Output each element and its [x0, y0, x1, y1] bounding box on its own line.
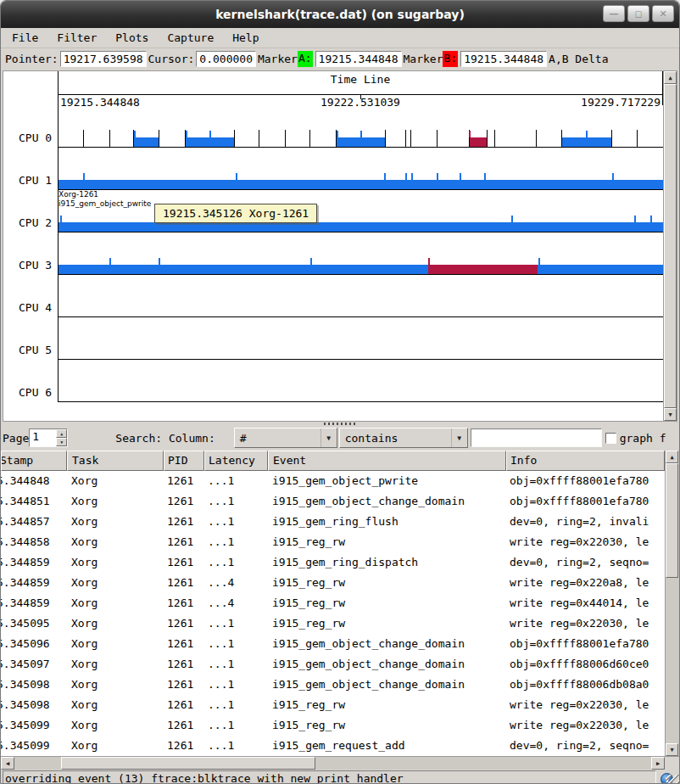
- marker-a-badge[interactable]: A:: [298, 51, 313, 67]
- table-row-6[interactable]: 5.344859Xorg1261...4i915_reg_rwwrite reg…: [1, 593, 665, 613]
- event-block[interactable]: [561, 137, 611, 147]
- event-tick[interactable]: [650, 216, 652, 222]
- column-header-stamp[interactable]: Stamp: [1, 451, 67, 471]
- event-tick[interactable]: [384, 173, 386, 180]
- event-tick[interactable]: [60, 216, 62, 222]
- cpu-plot-4[interactable]: [58, 275, 663, 317]
- event-tick[interactable]: [109, 130, 110, 147]
- event-tick[interactable]: [236, 173, 237, 180]
- event-tick[interactable]: [83, 130, 84, 147]
- event-tick[interactable]: [109, 258, 111, 265]
- table-row-8[interactable]: 5.345096Xorg1261...1i915_gem_object_chan…: [1, 634, 665, 654]
- cpu-plot-5[interactable]: [58, 317, 663, 360]
- event-tick[interactable]: [484, 173, 486, 180]
- hscroll-track[interactable]: [14, 757, 651, 770]
- spin-down-icon[interactable]: ▼: [56, 438, 67, 446]
- scroll-down-icon[interactable]: ▼: [666, 743, 678, 756]
- event-tick[interactable]: [437, 130, 438, 147]
- event-tick[interactable]: [209, 131, 211, 137]
- menu-help[interactable]: Help: [223, 29, 268, 47]
- event-block[interactable]: [336, 137, 385, 147]
- scroll-left-icon[interactable]: ◀: [1, 757, 14, 770]
- event-tick[interactable]: [536, 130, 537, 147]
- event-tick[interactable]: [460, 173, 461, 180]
- marker-b-badge[interactable]: B:: [443, 51, 458, 67]
- table-row-13[interactable]: 5.345099Xorg1261...1i915_gem_request_add…: [1, 736, 665, 756]
- graph-scrollbar-thumb[interactable]: [664, 84, 677, 408]
- event-tick[interactable]: [234, 130, 235, 147]
- table-vertical-scrollbar[interactable]: ▲ ▼: [665, 451, 679, 756]
- spin-up-icon[interactable]: ▲: [56, 429, 67, 438]
- table-row-7[interactable]: 5.345095Xorg1261...1i915_reg_rwwrite reg…: [1, 613, 665, 634]
- event-block[interactable]: [133, 137, 159, 147]
- event-tick[interactable]: [586, 131, 588, 137]
- column-header-task[interactable]: Task: [67, 451, 164, 471]
- scroll-down-icon[interactable]: ▼: [664, 408, 677, 421]
- table-row-0[interactable]: 5.344848Xorg1261...1i915_gem_object_pwri…: [1, 471, 665, 491]
- column-header-info[interactable]: Info: [506, 451, 665, 471]
- search-input[interactable]: [471, 428, 602, 447]
- cpu-plot-3[interactable]: [58, 232, 663, 275]
- scroll-right-icon[interactable]: ▶: [651, 757, 665, 770]
- event-tick[interactable]: [410, 130, 411, 147]
- column-select[interactable]: # ▼: [234, 428, 337, 448]
- sched-bar[interactable]: [59, 222, 663, 232]
- event-tick[interactable]: [259, 130, 259, 147]
- event-block[interactable]: [428, 265, 538, 274]
- event-tick[interactable]: [159, 258, 160, 265]
- menu-file[interactable]: File: [3, 29, 47, 47]
- event-tick[interactable]: [83, 173, 85, 180]
- maximize-button[interactable]: ◻: [627, 5, 649, 22]
- table-row-1[interactable]: 5.344851Xorg1261...1i915_gem_object_chan…: [1, 491, 665, 512]
- event-tick[interactable]: [360, 131, 362, 137]
- cpu-plot-1[interactable]: [58, 148, 663, 190]
- match-select[interactable]: contains ▼: [339, 428, 468, 448]
- event-tick[interactable]: [538, 258, 540, 265]
- graph-follows-checkbox[interactable]: [605, 433, 616, 444]
- event-tick[interactable]: [634, 216, 636, 222]
- event-tick[interactable]: [612, 173, 614, 180]
- table-scrollbar-thumb[interactable]: [666, 463, 678, 578]
- hscroll-thumb[interactable]: [61, 757, 315, 770]
- event-tick[interactable]: [437, 173, 438, 180]
- minimize-button[interactable]: —: [603, 5, 625, 22]
- chevron-down-icon[interactable]: ▼: [451, 428, 467, 447]
- table-row-5[interactable]: 5.344859Xorg1261...4i915_reg_rwwrite reg…: [1, 573, 665, 593]
- event-tick[interactable]: [637, 130, 638, 147]
- column-header-pid[interactable]: PID: [164, 451, 204, 471]
- event-tick[interactable]: [337, 131, 338, 137]
- table-row-12[interactable]: 5.345099Xorg1261...1i915_reg_rwwrite reg…: [1, 715, 665, 736]
- title-bar[interactable]: kernelshark(trace.dat) (on sugarbay) — ◻…: [1, 1, 679, 28]
- column-header-latency[interactable]: Latency: [204, 451, 268, 471]
- column-header-event[interactable]: Event: [268, 451, 506, 471]
- menu-capture[interactable]: Capture: [158, 29, 223, 47]
- event-tick[interactable]: [385, 130, 386, 147]
- scroll-up-icon[interactable]: ▲: [664, 71, 677, 84]
- event-tick[interactable]: [611, 130, 612, 147]
- table-row-10[interactable]: 5.345098Xorg1261...1i915_gem_object_chan…: [1, 675, 665, 695]
- event-tick[interactable]: [134, 131, 136, 137]
- event-tick[interactable]: [285, 130, 286, 147]
- scroll-up-icon[interactable]: ▲: [666, 451, 678, 463]
- page-spinner[interactable]: 1 ▲ ▼: [29, 428, 68, 447]
- resize-grip-icon[interactable]: [666, 775, 679, 784]
- event-tick[interactable]: [309, 130, 310, 147]
- event-tick[interactable]: [405, 173, 407, 180]
- menu-filter[interactable]: Filter: [47, 29, 106, 47]
- event-block[interactable]: [469, 137, 487, 147]
- event-block[interactable]: [185, 137, 234, 147]
- event-tick[interactable]: [469, 131, 471, 137]
- event-tick[interactable]: [186, 131, 187, 137]
- sched-bar[interactable]: [59, 265, 663, 274]
- event-tick[interactable]: [511, 216, 513, 222]
- event-tick[interactable]: [428, 258, 430, 265]
- table-horizontal-scrollbar[interactable]: ◀ ▶: [1, 756, 679, 770]
- event-tick[interactable]: [405, 130, 406, 147]
- graph-vertical-scrollbar[interactable]: ▲ ▼: [663, 71, 677, 421]
- sched-bar[interactable]: [59, 180, 663, 189]
- cpu-plot-6[interactable]: [58, 360, 663, 402]
- menu-plots[interactable]: Plots: [106, 29, 158, 47]
- cpu-plot-0[interactable]: [58, 105, 663, 148]
- chevron-down-icon[interactable]: ▼: [320, 428, 337, 447]
- table-row-3[interactable]: 5.344858Xorg1261...1i915_reg_rwwrite reg…: [1, 532, 665, 552]
